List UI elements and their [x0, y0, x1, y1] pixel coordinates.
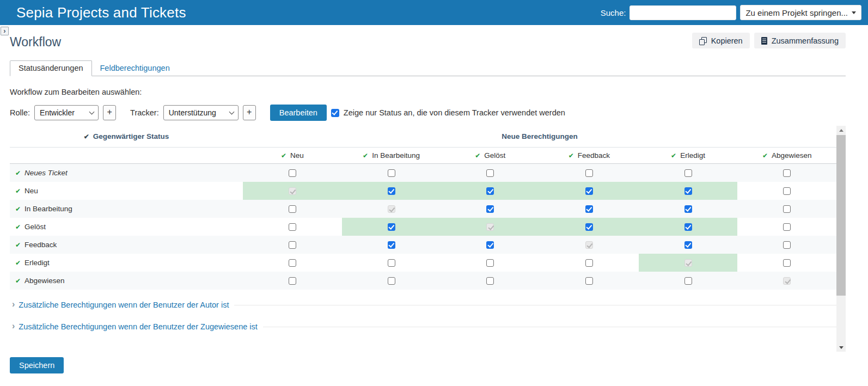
sidebar-expand-toggle[interactable]: ›	[1, 27, 9, 35]
transition-checkbox[interactable]	[684, 223, 692, 231]
transition-checkbox[interactable]	[783, 205, 791, 213]
scrollbar-down-arrow[interactable]	[836, 343, 846, 352]
chevron-down-icon	[89, 109, 95, 115]
transition-checkbox[interactable]	[289, 205, 296, 213]
summary-button-label: Zusammenfassung	[772, 36, 839, 45]
transition-checkbox[interactable]	[783, 259, 791, 267]
transition-cell	[441, 236, 540, 254]
row-status-label: Gelöst	[10, 218, 243, 236]
transition-checkbox[interactable]	[388, 169, 395, 177]
copy-icon	[699, 37, 707, 45]
transition-checkbox[interactable]	[585, 205, 593, 213]
transition-cell	[243, 218, 342, 236]
transition-checkbox[interactable]	[388, 241, 395, 249]
project-jump-select[interactable]: Zu einem Projekt springen...	[740, 5, 861, 20]
vertical-scrollbar[interactable]	[836, 126, 846, 352]
column-header: In Bearbeitung	[342, 151, 441, 160]
search-input[interactable]	[629, 5, 736, 20]
transition-cell	[540, 236, 639, 254]
transition-cell	[441, 200, 540, 218]
transition-checkbox	[783, 277, 791, 285]
transition-checkbox[interactable]	[585, 223, 593, 231]
transition-checkbox	[388, 205, 395, 213]
transition-checkbox[interactable]	[486, 277, 494, 285]
row-status-label: Erledigt	[10, 254, 243, 272]
tracker-label: Tracker:	[130, 108, 159, 117]
transition-checkbox[interactable]	[684, 169, 692, 177]
transition-checkbox[interactable]	[684, 277, 692, 285]
transition-checkbox[interactable]	[684, 187, 692, 195]
transition-cell	[243, 272, 342, 290]
transition-cell	[737, 182, 836, 200]
transition-checkbox[interactable]	[388, 223, 395, 231]
additional-permission-sections: ›Zusätzliche Berechtigungen wenn der Ben…	[10, 295, 836, 336]
transition-checkbox[interactable]	[289, 277, 296, 285]
transition-checkbox[interactable]	[486, 241, 494, 249]
transition-checkbox[interactable]	[585, 187, 593, 195]
permission-section-assignee: ›Zusätzliche Berechtigungen wenn der Ben…	[10, 317, 836, 336]
transition-checkbox[interactable]	[783, 241, 791, 249]
transition-checkbox[interactable]	[783, 223, 791, 231]
transition-checkbox[interactable]	[585, 169, 593, 177]
transition-checkbox[interactable]	[684, 205, 692, 213]
page-actions: Kopieren Zusammenfassung	[692, 33, 846, 48]
transition-checkbox[interactable]	[585, 259, 593, 267]
permission-section-link[interactable]: Zusätzliche Berechtigungen wenn der Benu…	[19, 301, 229, 309]
transition-checkbox[interactable]	[486, 259, 494, 267]
role-select[interactable]: Entwickler	[34, 105, 99, 120]
copy-button[interactable]: Kopieren	[692, 33, 750, 48]
transition-checkbox	[684, 259, 692, 267]
transition-cell	[737, 272, 836, 290]
copy-button-label: Kopieren	[711, 36, 743, 45]
transition-checkbox[interactable]	[585, 277, 593, 285]
transition-cell	[639, 218, 738, 236]
transition-checkbox[interactable]	[289, 223, 296, 231]
transition-checkbox[interactable]	[783, 169, 791, 177]
tracker-select[interactable]: Unterstützung	[163, 105, 239, 120]
transition-checkbox[interactable]	[289, 169, 296, 177]
edit-button[interactable]: Bearbeiten	[270, 105, 327, 121]
transition-checkbox[interactable]	[783, 187, 791, 195]
tracker-filter-checkbox[interactable]	[331, 109, 339, 117]
save-button[interactable]: Speichern	[10, 357, 64, 373]
transition-checkbox[interactable]	[486, 187, 494, 195]
transition-cell	[540, 254, 639, 272]
chevron-right-icon: ›	[12, 321, 15, 331]
new-permissions-header: Neue Berechtigungen	[243, 132, 836, 140]
column-header: Neu	[243, 151, 342, 160]
transition-cell	[639, 254, 738, 272]
transition-checkbox[interactable]	[388, 259, 395, 267]
permission-section-link[interactable]: Zusätzliche Berechtigungen wenn der Benu…	[19, 322, 257, 331]
transition-cell	[737, 164, 836, 182]
transition-checkbox[interactable]	[684, 241, 692, 249]
transition-cell	[243, 200, 342, 218]
transition-cell	[441, 164, 540, 182]
role-label: Rolle:	[10, 108, 30, 117]
top-header-bar: Sepia Projects and Tickets Suche: Zu ein…	[0, 0, 868, 25]
scrollbar-thumb[interactable]	[836, 135, 846, 296]
workflow-table: Gegenwärtiger Status Neue Berechtigungen…	[10, 126, 836, 336]
transition-cell	[243, 164, 342, 182]
document-icon	[761, 37, 767, 45]
transition-checkbox[interactable]	[388, 277, 395, 285]
tab-bar: StatusänderungenFeldberechtigungen	[10, 60, 846, 76]
transition-checkbox[interactable]	[289, 241, 296, 249]
page-head: Workflow Kopieren Zusammenfassung	[0, 25, 868, 50]
add-tracker-button[interactable]: +	[243, 105, 256, 120]
add-role-button[interactable]: +	[103, 105, 116, 120]
column-header: Erledigt	[639, 151, 738, 160]
tab-feldberechtigungen[interactable]: Feldberechtigungen	[92, 61, 178, 76]
transition-checkbox[interactable]	[289, 259, 296, 267]
transition-checkbox[interactable]	[486, 169, 494, 177]
workflow-scroll-area: Gegenwärtiger Status Neue Berechtigungen…	[10, 126, 846, 352]
transition-checkbox[interactable]	[486, 205, 494, 213]
transition-checkbox[interactable]	[388, 187, 395, 195]
chevron-right-icon: ›	[12, 299, 15, 309]
transition-cell	[639, 164, 738, 182]
page-title: Workflow	[10, 35, 61, 50]
tab-statusaenderungen[interactable]: Statusänderungen	[10, 60, 92, 76]
transition-cell	[243, 182, 342, 200]
transition-cell	[243, 254, 342, 272]
scrollbar-up-arrow[interactable]	[836, 126, 846, 134]
summary-button[interactable]: Zusammenfassung	[754, 33, 846, 48]
